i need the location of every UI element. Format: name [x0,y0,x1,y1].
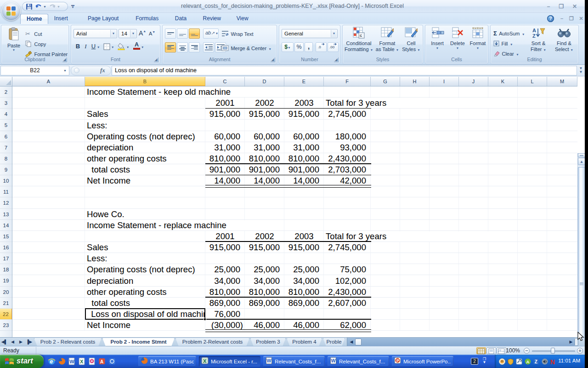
fill-color-button[interactable] [118,43,125,52]
restore-button[interactable]: ❐ [555,3,567,10]
font-size-caret[interactable]: ▼ [130,30,136,37]
cell-D23[interactable]: 46,000 [245,320,284,330]
tray-messenger-icon[interactable] [499,358,505,365]
tray-antivirus-icon[interactable]: A [525,358,531,365]
sheet-tab-problem-2-relevant-costs[interactable]: Problem 2-Relevant costs [175,338,249,346]
cell-B20[interactable]: other operating costs [85,287,205,297]
ribbon-tab-insert[interactable]: Insert [48,14,74,24]
tray-tools-icon[interactable] [516,358,522,365]
cell-D7[interactable]: 31,000 [245,143,284,153]
conditional-formatting-button[interactable]: ≤ Conditional Formatting ▼ [345,27,373,53]
minimize-button[interactable]: – [543,3,554,10]
cells-area[interactable]: Income Statement - keep old machine20012… [12,86,577,337]
cell-E15[interactable]: 2003 [284,231,324,242]
cell-C16[interactable]: 915,000 [205,242,245,253]
cell-E21[interactable]: 869,000 [284,298,324,308]
cell-C10[interactable]: 14,000 [205,176,245,186]
cell-E16[interactable]: 915,000 [284,242,324,253]
vertical-split-handle[interactable] [578,153,585,157]
cell-F3[interactable]: Total for 3 years [324,98,517,108]
cell-B4[interactable]: Sales [85,109,205,119]
tray-shield-icon[interactable] [508,358,514,365]
cell-E8[interactable]: 810,000 [284,154,324,164]
cell-D4[interactable]: 915,000 [245,109,284,119]
quick-launch-firefox-icon[interactable] [58,357,66,365]
row-header-14[interactable]: 14 [0,220,12,231]
tray-volume-icon[interactable] [542,358,548,365]
cell-E7[interactable]: 31,000 [284,143,324,153]
ribbon-tab-formulas[interactable]: Formulas [130,14,164,24]
expand-formula-bar-icon[interactable]: ▼▼ [577,67,584,75]
cell-B14[interactable]: Income Statement - replace machine [85,220,278,230]
decrease-indent-button[interactable] [203,42,214,52]
taskbar-button-ba-213-w11-pasc-[interactable]: BA 213 W11 (Pasc... [138,356,196,367]
paste-button[interactable]: Paste ▼ [4,27,23,57]
taskbar-button-microsoft-excel-r-[interactable]: XMicrosoft Excel - r... [199,356,260,367]
format-as-table-button[interactable]: Format as Table ▼ [375,27,400,53]
start-button[interactable]: start [0,355,44,368]
cell-styles-button[interactable]: Cell Styles ▼ [401,27,422,53]
cell-D19[interactable]: 34,000 [245,276,284,286]
cell-C6[interactable]: 60,000 [205,132,245,142]
row-header-8[interactable]: 8 [0,153,12,164]
cell-E19[interactable]: 34,000 [284,276,324,286]
quick-launch-internet-explorer-icon[interactable]: e [48,357,56,365]
cell-B2[interactable]: Income Statement - keep old machine [85,87,278,97]
selected-cell-B22[interactable]: Loss on disposal of old machine [85,308,205,320]
taskbar-button-relevant-costs-f-[interactable]: WRelevant_Costs_f... [328,356,389,367]
cell-D6[interactable]: 60,000 [245,132,284,142]
column-header-L[interactable]: L [518,77,547,86]
alignment-dialog-launcher[interactable]: ◢ [271,58,275,62]
cell-B7[interactable]: depreciation [85,143,205,153]
font-name-combo[interactable]: Arial▼ [74,29,117,38]
row-header-23[interactable]: 23 [0,320,12,331]
borders-button[interactable] [103,43,110,52]
cell-F6[interactable]: 180,000 [324,132,371,142]
cell-B6[interactable]: Operating costs (not deprec) [85,132,205,142]
sheet-tab-prob-2-income-stmnt[interactable]: Prob 2 - Income Stmnt [102,338,175,346]
align-left-button[interactable] [165,42,176,52]
font-color-caret[interactable]: ▼ [141,46,144,49]
taskbar-button-microsoft-powerpo-[interactable]: PMicrosoft PowerPo... [392,356,453,367]
cell-F23[interactable]: 62,000 [324,320,371,330]
undo-dropdown-caret[interactable]: ▼ [43,5,46,8]
row-header-2[interactable]: 2 [0,86,12,98]
clipboard-dialog-launcher[interactable]: ◢ [62,58,67,62]
page-layout-view-button[interactable] [486,347,496,354]
row-header-19[interactable]: 19 [0,275,12,286]
paste-dropdown-caret[interactable]: ▼ [4,48,23,52]
cut-button[interactable]: ✂ Cut [25,29,42,38]
cell-E9[interactable]: 901,000 [284,165,324,175]
cell-F10[interactable]: 42,000 [324,176,371,186]
zoom-level[interactable]: 100% [503,347,520,354]
ribbon-tab-review[interactable]: Review [197,14,227,24]
format-cells-caret[interactable]: ▼ [469,46,487,50]
scroll-right-button[interactable]: ▶ [568,339,574,345]
delete-cells-caret[interactable]: ▼ [448,46,467,50]
cell-D15[interactable]: 2002 [245,231,284,242]
tray-zotero-icon[interactable]: Z [533,358,539,365]
row-header-11[interactable]: 11 [0,186,12,197]
next-sheet-button[interactable]: ▶ [17,338,25,346]
font-color-button[interactable]: A [133,42,140,50]
cell-C8[interactable]: 810,000 [205,154,245,164]
close-button[interactable]: ✕ [569,3,581,10]
insert-cells-button[interactable]: Insert ▼ [428,27,447,50]
grow-font-button[interactable]: A▲ [139,29,146,37]
quick-launch-word-icon[interactable]: W [68,357,76,365]
save-icon[interactable] [26,3,33,12]
align-right-button[interactable] [189,42,200,52]
align-top-button[interactable] [165,29,176,39]
find-select-button[interactable]: Find & Select ▼ [552,27,576,53]
select-all-corner[interactable] [0,77,12,86]
cell-B16[interactable]: Sales [85,242,205,253]
cell-D3[interactable]: 2002 [245,98,284,108]
zoom-out-button[interactable]: − [524,348,530,354]
row-header-3[interactable]: 3 [0,98,12,109]
hide-icons-chevron[interactable]: ❐▼ [481,357,487,365]
row-header-4[interactable]: 4 [0,109,12,120]
cell-B19[interactable]: depreciation [85,276,205,286]
row-header-18[interactable]: 18 [0,264,12,275]
cell-D8[interactable]: 810,000 [245,154,284,164]
font-dialog-launcher[interactable]: ◢ [154,58,158,62]
